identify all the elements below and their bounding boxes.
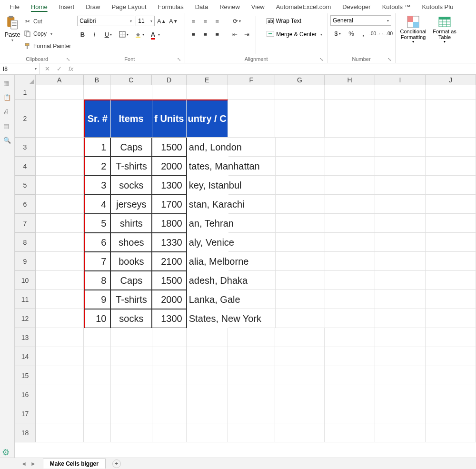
cell-F17[interactable] xyxy=(228,404,275,423)
cell-D9[interactable]: 2100 xyxy=(152,252,186,271)
number-launcher[interactable]: ⤡ xyxy=(387,57,391,62)
bold-button[interactable]: B xyxy=(77,29,88,40)
cell-B14[interactable] xyxy=(84,347,110,366)
cell-G5[interactable] xyxy=(276,176,325,195)
cell-A3[interactable] xyxy=(36,138,84,157)
merge-center-button[interactable]: Merge & Center ▾ xyxy=(265,29,324,40)
cell-E7[interactable]: an, Tehran xyxy=(187,214,228,233)
fx-icon[interactable]: fx xyxy=(69,65,73,72)
cell-H5[interactable] xyxy=(325,176,376,195)
cell-F2[interactable] xyxy=(228,100,275,138)
row-header-7[interactable]: 7 xyxy=(15,214,36,233)
tab-view[interactable]: View xyxy=(246,1,270,12)
font-launcher[interactable]: ⤡ xyxy=(177,57,181,62)
cell-J6[interactable] xyxy=(426,195,476,214)
cell-G16[interactable] xyxy=(275,385,325,404)
align-right-icon[interactable]: ≡ xyxy=(212,29,222,40)
cell-E5[interactable]: key, Istanbul xyxy=(187,176,228,195)
enter-formula-icon[interactable]: ✓ xyxy=(57,65,62,72)
cell-F7[interactable] xyxy=(228,214,276,233)
cell-C13[interactable] xyxy=(111,328,152,347)
col-header-F[interactable]: F xyxy=(228,75,275,85)
row-header-18[interactable]: 18 xyxy=(15,423,36,442)
cell-C5[interactable]: socks xyxy=(110,176,152,195)
cell-D4[interactable]: 2000 xyxy=(152,157,186,176)
format-painter-button[interactable]: Format Painter xyxy=(24,41,71,51)
format-as-table-button[interactable]: Format as Table▾ xyxy=(430,15,459,61)
col-header-G[interactable]: G xyxy=(275,75,325,85)
cell-E8[interactable]: aly, Venice xyxy=(187,233,228,252)
row-header-17[interactable]: 17 xyxy=(15,404,36,423)
cell-E17[interactable] xyxy=(187,404,228,423)
alignment-launcher[interactable]: ⤡ xyxy=(319,57,323,62)
number-format-combo[interactable]: General▾ xyxy=(330,15,391,26)
cell-F15[interactable] xyxy=(228,366,275,385)
comma-button[interactable]: , xyxy=(358,28,368,39)
spreadsheet[interactable]: ABCDEFGHIJ 12Sr. #Itemsf Unitsuntry / C3… xyxy=(15,75,476,458)
cell-B5[interactable]: 3 xyxy=(84,176,111,195)
sidebar-icon-5[interactable]: 🔍 xyxy=(3,137,11,144)
cell-J1[interactable] xyxy=(426,85,476,100)
cell-E10[interactable]: adesh, Dhaka xyxy=(187,271,228,290)
cell-D16[interactable] xyxy=(152,385,187,404)
align-bottom-icon[interactable]: ≡ xyxy=(212,16,222,26)
cell-D3[interactable]: 1500 xyxy=(152,138,186,157)
cell-D12[interactable]: 1300 xyxy=(152,309,186,328)
cell-I18[interactable] xyxy=(375,423,426,442)
row-header-15[interactable]: 15 xyxy=(15,366,36,385)
col-header-B[interactable]: B xyxy=(84,75,110,85)
row-header-12[interactable]: 12 xyxy=(15,309,36,328)
cell-B13[interactable] xyxy=(84,328,110,347)
cell-A10[interactable] xyxy=(36,271,84,290)
cell-A8[interactable] xyxy=(36,233,84,252)
cell-J3[interactable] xyxy=(426,138,476,157)
orientation-button[interactable]: ⟳▾ xyxy=(229,16,244,26)
cell-E1[interactable] xyxy=(187,85,228,100)
cell-A11[interactable] xyxy=(36,290,84,309)
cell-B16[interactable] xyxy=(84,385,110,404)
cell-B2[interactable]: Sr. # xyxy=(84,100,111,138)
row-header-2[interactable]: 2 xyxy=(15,100,36,138)
row-header-8[interactable]: 8 xyxy=(15,233,36,252)
cell-I5[interactable] xyxy=(375,176,426,195)
cell-E4[interactable]: tates, Manhattan xyxy=(187,157,228,176)
cell-G18[interactable] xyxy=(275,423,325,442)
cell-J2[interactable] xyxy=(426,100,476,138)
cell-H13[interactable] xyxy=(325,328,375,347)
cell-G3[interactable] xyxy=(276,138,325,157)
increase-indent-icon[interactable]: ⇥ xyxy=(241,29,252,40)
cell-E15[interactable] xyxy=(187,366,228,385)
cell-B17[interactable] xyxy=(84,404,110,423)
cell-I1[interactable] xyxy=(375,85,426,100)
font-size-combo[interactable]: 11▾ xyxy=(136,16,155,26)
add-sheet-button[interactable]: + xyxy=(112,459,121,468)
increase-decimal-icon[interactable]: .00→ xyxy=(370,28,380,39)
cell-A5[interactable] xyxy=(36,176,84,195)
cell-H3[interactable] xyxy=(325,138,376,157)
font-name-combo[interactable]: Calibri▾ xyxy=(77,16,134,26)
cell-C11[interactable]: T-shirts xyxy=(110,290,152,309)
cell-H11[interactable] xyxy=(325,290,376,309)
row-header-3[interactable]: 3 xyxy=(15,138,36,157)
cut-button[interactable]: ✂ Cut xyxy=(24,16,71,27)
cell-H9[interactable] xyxy=(325,252,376,271)
tab-kutools-[interactable]: Kutools ™ xyxy=(377,1,416,12)
cell-I6[interactable] xyxy=(375,195,426,214)
cell-A4[interactable] xyxy=(36,157,84,176)
cell-G13[interactable] xyxy=(275,328,325,347)
cell-D17[interactable] xyxy=(152,404,187,423)
decrease-decimal-icon[interactable]: ←.00 xyxy=(382,28,392,39)
cell-A12[interactable] xyxy=(36,309,84,328)
cell-F1[interactable] xyxy=(228,85,275,100)
copy-button[interactable]: Copy ▾ xyxy=(24,29,71,39)
clipboard-launcher[interactable]: ⤡ xyxy=(66,57,70,62)
col-header-D[interactable]: D xyxy=(152,75,186,85)
cell-A16[interactable] xyxy=(36,385,84,404)
align-top-icon[interactable]: ≡ xyxy=(188,16,198,26)
cell-H8[interactable] xyxy=(325,233,376,252)
cell-G1[interactable] xyxy=(275,85,325,100)
cell-J8[interactable] xyxy=(426,233,476,252)
cell-E16[interactable] xyxy=(187,385,228,404)
cell-E6[interactable]: stan, Karachi xyxy=(187,195,228,214)
cell-D2[interactable]: f Units xyxy=(152,100,187,138)
